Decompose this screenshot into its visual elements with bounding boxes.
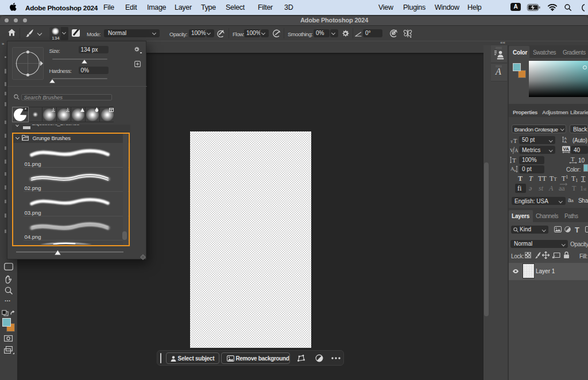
svg-text:VA: VA [563,146,570,152]
svg-text:A: A [564,139,567,144]
svg-text:T: T [571,156,575,162]
svg-text:a: a [514,168,516,173]
svg-text:T: T [512,157,516,164]
svg-text:T: T [510,139,513,143]
svg-text:T: T [513,137,517,144]
svg-text:A: A [514,148,519,153]
